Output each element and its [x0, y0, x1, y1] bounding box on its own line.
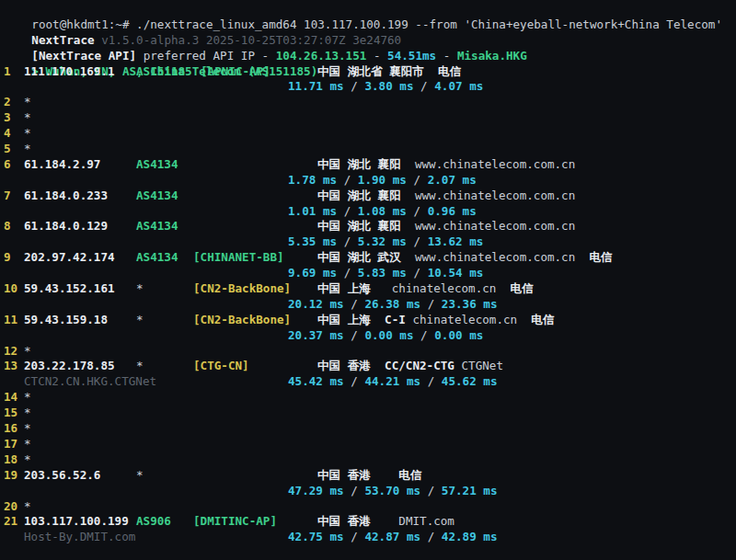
rtt-value: 1.01 ms [288, 204, 337, 218]
rtt-value: 42.87 ms [364, 530, 420, 543]
hop-number: 21 [4, 514, 17, 530]
hop-ip: 61.184.0.129 [24, 219, 108, 234]
hop-geo-segment: chinatelecom.cn [406, 313, 517, 326]
rtt-value: 42.89 ms [442, 530, 498, 543]
hop-detail-row: 20.12 ms / 26.38 ms / 23.36 ms [0, 297, 736, 313]
hop-row: 19203.56.52.6*中国 香港 电信 [0, 468, 736, 484]
hop-geo: 中国 湖北省 襄阳市 电信 [317, 64, 461, 80]
hop-geo: 中国 湖北 襄阳 www.chinatelecom.com.cn [317, 219, 575, 234]
rtt-separator: / [407, 173, 428, 187]
hop-asn: AS4134 [136, 219, 178, 234]
hop-geo: 中国 香港 CC/CN2-CTG CTGNet [317, 359, 503, 374]
hop-ip: 203.56.52.6 [24, 468, 100, 484]
rtt-separator: / [344, 484, 365, 497]
hop-geo: 中国 上海 C-I chinatelecom.cn 电信 [317, 313, 555, 328]
hop-ip: 61.184.0.233 [24, 189, 108, 204]
version-line: NextTrace v1.5.0-alpha.3 2025-10-25T03:2… [0, 17, 736, 33]
hop-geo-segment: chinatelecom.cn [371, 281, 496, 295]
hop-row: 20* [0, 499, 736, 515]
rtt-separator: / [407, 266, 428, 280]
rtt-value: 0.96 ms [428, 204, 477, 218]
hop-number: 9 [4, 250, 11, 266]
rtt-value: 47.29 ms [288, 484, 344, 497]
hop-row: 1111.170.169.1AS151185[APNIC-AP]中国 湖北省 襄… [0, 64, 736, 80]
hop-row: 18* [0, 452, 736, 468]
hop-asn: * [136, 313, 144, 328]
rtt-value: 5.32 ms [358, 234, 407, 248]
rtt-value: 57.21 ms [442, 484, 498, 497]
hop-geo-segment: DMIT.com [371, 514, 454, 528]
rtt-separator: / [344, 530, 365, 543]
rtt-value: 1.78 ms [288, 173, 337, 187]
rtt-value: 13.62 ms [428, 234, 484, 248]
rtt-separator: / [420, 530, 442, 543]
hop-ix-tag: [DMITINC-AP] [193, 514, 277, 530]
hop-geo-segment: 电信 [496, 281, 533, 295]
hop-row: 661.184.2.97AS4134中国 湖北 襄阳 www.chinatele… [0, 157, 736, 173]
rtt-value: 42.75 ms [288, 530, 344, 543]
hop-detail-row: 1.01 ms / 1.08 ms / 0.96 ms [0, 204, 736, 220]
rtt-separator: / [337, 234, 358, 248]
trace-source-line: > Wuhan, CN, AS, China Telecom (AS151185… [0, 49, 736, 64]
hop-asn: * [136, 468, 144, 484]
hop-timeout-star: * [24, 421, 31, 437]
hop-geo-segment: 中国 上海 [317, 281, 371, 295]
hop-list: 1111.170.169.1AS151185[APNIC-AP]中国 湖北省 襄… [0, 64, 736, 546]
hop-rtt: 20.37 ms / 0.00 ms / 0.00 ms [288, 328, 483, 344]
rtt-separator: / [407, 204, 428, 218]
hop-ix-tag: [CHINANET-BB] [193, 250, 284, 266]
hop-number: 14 [4, 390, 17, 406]
hop-asn: * [136, 359, 144, 374]
hop-ip: 59.43.152.161 [24, 281, 115, 297]
rtt-separator: / [414, 79, 435, 93]
rtt-value: 26.38 ms [364, 297, 420, 311]
hop-asn: AS151185 [136, 64, 192, 80]
command-line: root@hkdmt1:~# ./nexttrace_linux_amd64 1… [0, 2, 736, 17]
hop-row: 14* [0, 390, 736, 406]
hop-timeout-star: * [24, 126, 31, 142]
rtt-separator: / [337, 173, 358, 187]
hop-asn: * [136, 281, 144, 297]
api-status-line: [NextTrace API] preferred API IP - 104.2… [0, 33, 736, 49]
hop-geo-segment: www.chinatelecom.com.cn [401, 157, 576, 171]
hop-row: 861.184.0.129AS4134中国 湖北 襄阳 www.chinatel… [0, 219, 736, 234]
hop-ip: 61.184.2.97 [24, 157, 100, 173]
hop-row: 2* [0, 95, 736, 110]
hop-detail-row: Host-By.DMIT.com42.75 ms / 42.87 ms / 42… [0, 530, 736, 545]
rtt-value: 2.07 ms [428, 173, 477, 187]
hop-timeout-star: * [24, 499, 31, 515]
hop-number: 18 [4, 452, 17, 468]
hop-row: 3* [0, 110, 736, 126]
hop-detail-row: 20.37 ms / 0.00 ms / 0.00 ms [0, 328, 736, 344]
hop-ix-tag: [CN2-BackBone] [193, 281, 291, 297]
hop-ix-tag: [APNIC-AP] [201, 64, 270, 80]
rtt-value: 5.83 ms [358, 266, 407, 280]
hop-detail-row: CTCN2.CN.HKG.CTGNet45.42 ms / 44.21 ms /… [0, 374, 736, 390]
hop-number: 15 [4, 406, 17, 421]
rtt-separator: / [337, 204, 358, 218]
hop-number: 16 [4, 421, 17, 437]
hop-asn: AS4134 [136, 189, 178, 204]
rtt-separator: / [344, 297, 365, 311]
hop-number: 10 [4, 281, 17, 297]
hop-row: 12* [0, 344, 736, 360]
rtt-value: 0.00 ms [434, 328, 483, 342]
rtt-value: 45.42 ms [288, 374, 344, 388]
hop-ip: 202.97.42.174 [24, 250, 115, 266]
hop-timeout-star: * [24, 452, 31, 468]
hop-ip: 203.22.178.85 [24, 359, 115, 374]
hop-number: 8 [4, 219, 11, 234]
maptrace-line: MapTrace URL: https://assets.nxtrace.org… [0, 545, 736, 560]
hop-ip: 59.43.159.18 [24, 313, 108, 328]
hop-number: 1 [4, 64, 11, 80]
rtt-value: 9.69 ms [288, 266, 337, 280]
hop-geo-segment: www.chinatelecom.com.cn [401, 189, 576, 202]
hop-timeout-star: * [24, 406, 31, 421]
hop-number: 20 [4, 499, 17, 515]
hop-number: 7 [4, 189, 11, 204]
hop-row: 5* [0, 142, 736, 157]
hop-number: 17 [4, 437, 17, 452]
hop-geo: 中国 上海 chinatelecom.cn 电信 [317, 281, 534, 297]
hop-row: 16* [0, 421, 736, 437]
hop-ix-tag: [CN2-BackBone] [193, 313, 291, 328]
